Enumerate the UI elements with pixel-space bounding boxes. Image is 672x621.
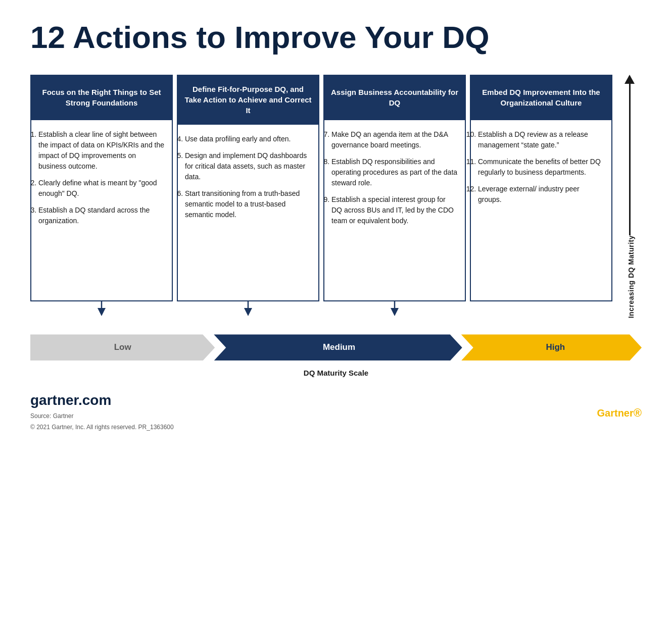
col4-body: Establish a DQ review as a release manag… [470, 120, 612, 301]
svg-marker-1 [98, 308, 106, 316]
col3-item-3: Establish a special interest group for D… [331, 194, 458, 226]
col3-header: Assign Business Accountability for DQ [323, 75, 466, 120]
gartner-brand: Gartner® [597, 403, 642, 431]
arrow-head-up [625, 75, 635, 84]
column-3: Assign Business Accountability for DQ Ma… [323, 75, 466, 318]
col4-item-2: Communicate the benefits of better DQ re… [478, 157, 604, 178]
col1-down-arrow [30, 301, 173, 318]
col2-body: Use data profiling early and often. Desi… [177, 125, 319, 301]
high-label: High [546, 342, 565, 352]
arrow-low: Low [30, 334, 215, 360]
col1-item-3: Establish a DQ standard across the organ… [38, 205, 165, 226]
col2-header: Define Fit-for-Purpose DQ, and Take Acti… [177, 75, 319, 125]
source-line1: Source: Gartner [30, 412, 174, 420]
col3-down-arrow [323, 301, 466, 318]
col3-body: Make DQ an agenda item at the D&A govern… [323, 120, 466, 301]
col1-item-2: Clearly define what is meant by "good en… [38, 178, 165, 199]
footer-left: gartner.com Source: Gartner © 2021 Gartn… [30, 392, 174, 431]
svg-marker-5 [391, 308, 399, 316]
arrow-line [629, 84, 631, 235]
arrow-high: High [461, 334, 642, 360]
svg-marker-3 [244, 308, 252, 316]
col2-down-arrow [177, 301, 319, 318]
columns-wrapper: Focus on the Right Things to Set Strong … [30, 75, 612, 318]
maturity-scale-label: DQ Maturity Scale [30, 369, 642, 377]
low-label: Low [114, 342, 131, 352]
maturity-scale: Low Medium High [30, 334, 642, 360]
col4-item-3: Leverage external/ industry peer groups. [478, 184, 604, 205]
vertical-axis-label: Increasing DQ Maturity [627, 235, 635, 318]
source-line2: © 2021 Gartner, Inc. All rights reserved… [30, 424, 174, 431]
column-1: Focus on the Right Things to Set Strong … [30, 75, 173, 318]
col2-item-1: Use data profiling early and often. [185, 134, 311, 144]
arrow-medium: Medium [214, 334, 462, 360]
brand-name: Gartner [597, 407, 634, 419]
column-2: Define Fit-for-Purpose DQ, and Take Acti… [177, 75, 319, 318]
footer-right: Gartner® [597, 403, 642, 431]
col2-item-3: Start transitioning from a truth-based s… [185, 188, 311, 220]
col1-item-1: Establish a clear line of sight between … [38, 129, 165, 172]
diagram-area: Focus on the Right Things to Set Strong … [30, 75, 642, 318]
website-url: gartner.com [30, 392, 174, 408]
vertical-arrow [625, 75, 635, 235]
col1-body: Establish a clear line of sight between … [30, 120, 173, 301]
col3-item-2: Establish DQ responsibilities and operat… [331, 157, 458, 188]
column-4: Embed DQ Improvement Into the Organizati… [470, 75, 612, 318]
col4-item-1: Establish a DQ review as a release manag… [478, 129, 604, 150]
col1-header: Focus on the Right Things to Set Strong … [30, 75, 173, 120]
page-title: 12 Actions to Improve Your DQ [30, 20, 642, 55]
col3-item-1: Make DQ an agenda item at the D&A govern… [331, 129, 458, 150]
medium-label: Medium [323, 342, 355, 352]
col2-item-2: Design and implement DQ dashboards for c… [185, 150, 311, 182]
col4-header: Embed DQ Improvement Into the Organizati… [470, 75, 612, 120]
brand-symbol: ® [634, 406, 642, 419]
vertical-maturity-arrow: Increasing DQ Maturity [617, 75, 642, 318]
footer: gartner.com Source: Gartner © 2021 Gartn… [30, 392, 642, 431]
